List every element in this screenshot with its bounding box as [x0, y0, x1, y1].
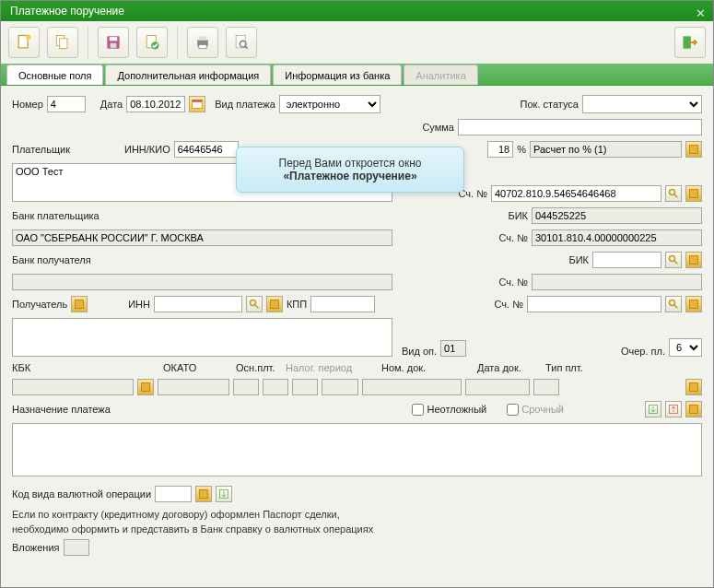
- curop-code-input[interactable]: [155, 486, 192, 502]
- print-button[interactable]: [187, 27, 218, 58]
- save-button[interactable]: [98, 27, 129, 58]
- svg-rect-24: [690, 256, 698, 265]
- paytype-select[interactable]: электронно: [279, 95, 380, 113]
- recv-acc-input[interactable]: [527, 296, 661, 312]
- recv-inn-book-icon[interactable]: [266, 296, 283, 312]
- window-titlebar: Платежное поручение ✕: [1, 1, 713, 21]
- intro-tooltip: Перед Вами откроется окно «Платежное пор…: [236, 147, 464, 193]
- nal2-input[interactable]: [292, 379, 318, 395]
- nds-pct-input[interactable]: [487, 141, 513, 158]
- recv-bank-acc: [532, 274, 702, 290]
- recv-bank-label: Банк получателя: [12, 254, 91, 265]
- curop-code-label: Код вида валютной операции: [12, 488, 151, 500]
- svg-rect-36: [690, 406, 698, 414]
- svg-rect-21: [690, 190, 698, 198]
- urgent2-checkbox[interactable]: Срочный: [507, 404, 564, 416]
- svg-rect-25: [76, 300, 84, 309]
- nal1-input[interactable]: [263, 379, 288, 395]
- nomdok-input[interactable]: [362, 379, 462, 395]
- svg-rect-33: [690, 383, 698, 392]
- exit-button[interactable]: [674, 27, 706, 58]
- nal3-input[interactable]: [322, 379, 358, 395]
- queue-select[interactable]: 6: [669, 338, 702, 357]
- tab-extra[interactable]: Дополнительная информация: [105, 65, 271, 85]
- curop-book-icon[interactable]: [195, 486, 212, 502]
- okato-input[interactable]: [158, 379, 229, 395]
- recv-bik-label: БИК: [568, 254, 589, 265]
- num-input[interactable]: [47, 96, 86, 112]
- innkio-label: ИНН/КИО: [124, 144, 170, 155]
- osn-input[interactable]: [233, 379, 259, 395]
- calc-display: [530, 141, 682, 158]
- recv-acc-book-icon[interactable]: [685, 296, 702, 312]
- recv-bik-input[interactable]: [592, 252, 661, 268]
- purpose-book-icon[interactable]: [685, 401, 702, 417]
- svg-rect-37: [200, 490, 208, 499]
- recv-book-icon[interactable]: [71, 296, 88, 312]
- payer-bik-label: БИК: [508, 210, 528, 221]
- queue-label: Очер. пл.: [621, 346, 665, 357]
- kbk-book-icon[interactable]: [137, 379, 154, 395]
- svg-line-14: [245, 46, 248, 48]
- date-input[interactable]: [126, 96, 185, 112]
- payer-bank-name: [12, 229, 392, 246]
- svg-rect-10: [199, 36, 206, 40]
- copy-doc-button[interactable]: [47, 27, 78, 58]
- payer-acc-input[interactable]: [491, 185, 661, 202]
- toolbar: [1, 21, 713, 64]
- payer-bik-input: [532, 207, 702, 224]
- close-icon[interactable]: ✕: [696, 4, 706, 24]
- urgent1-checkbox[interactable]: Неотложный: [412, 404, 486, 416]
- purpose-label: Назначение платежа: [12, 404, 111, 415]
- recv-inn-search-icon[interactable]: [246, 296, 263, 312]
- recv-label: Получатель: [12, 299, 67, 310]
- sum-label: Сумма: [422, 122, 454, 133]
- svg-rect-31: [690, 300, 698, 309]
- datadok-label: Дата док.: [477, 362, 542, 373]
- payer-acc-search-icon[interactable]: [665, 185, 682, 202]
- recv-name-textarea[interactable]: [12, 318, 392, 357]
- innkio-input[interactable]: [174, 141, 239, 158]
- recv-bik-book-icon[interactable]: [685, 252, 702, 268]
- new-doc-button[interactable]: [8, 27, 40, 58]
- datadok-input[interactable]: [465, 379, 530, 395]
- payer-bank-acc-label: Сч. №: [499, 232, 528, 243]
- preview-button[interactable]: [226, 27, 257, 58]
- row12-book-icon[interactable]: [685, 379, 702, 395]
- svg-rect-18: [690, 146, 698, 154]
- recv-bik-search-icon[interactable]: [665, 252, 682, 268]
- date-label: Дата: [100, 99, 123, 110]
- svg-rect-17: [193, 100, 203, 102]
- recv-inn-input[interactable]: [154, 296, 242, 312]
- purpose-import-icon[interactable]: [645, 401, 661, 417]
- recv-bank-acc-label: Сч. №: [499, 276, 528, 288]
- recv-acc-search-icon[interactable]: [665, 296, 682, 312]
- svg-line-30: [674, 305, 678, 309]
- kbk-input[interactable]: [12, 379, 134, 395]
- svg-point-22: [670, 256, 675, 262]
- svg-point-19: [670, 190, 675, 195]
- svg-rect-11: [199, 45, 206, 49]
- tooltip-line1: Перед Вами откроется окно: [250, 157, 451, 170]
- sign-button[interactable]: [136, 27, 168, 58]
- svg-line-23: [674, 261, 678, 265]
- op-label: Вид оп.: [402, 346, 437, 357]
- status-select[interactable]: [582, 95, 702, 113]
- tab-main[interactable]: Основные поля: [6, 65, 103, 85]
- tab-bank[interactable]: Информация из банка: [273, 65, 402, 85]
- curop-import-icon[interactable]: [216, 486, 232, 502]
- typeplt-input[interactable]: [533, 379, 559, 395]
- calc-book-icon[interactable]: [685, 141, 702, 158]
- typeplt-label: Тип плт.: [545, 362, 583, 373]
- recv-kpp-input[interactable]: [310, 296, 375, 312]
- purpose-export-icon[interactable]: [665, 401, 682, 417]
- tooltip-line2: «Платежное поручение»: [283, 170, 416, 182]
- payer-bank-acc: [532, 229, 702, 246]
- svg-point-1: [27, 35, 31, 40]
- purpose-textarea[interactable]: [12, 423, 702, 476]
- calendar-icon[interactable]: [189, 96, 205, 112]
- kbk-label: КБК: [12, 362, 132, 373]
- payer-acc-book-icon[interactable]: [685, 185, 702, 202]
- svg-line-20: [674, 194, 678, 198]
- sum-input[interactable]: [458, 119, 702, 135]
